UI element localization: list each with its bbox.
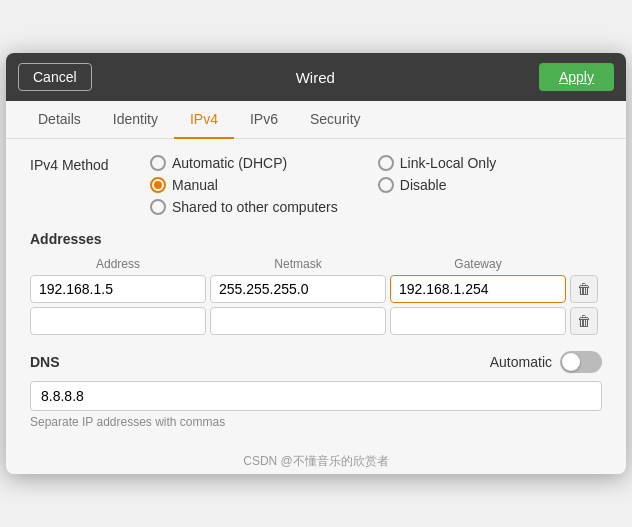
method-manual[interactable]: Manual: [150, 177, 338, 193]
dns-header: DNS Automatic: [30, 351, 602, 373]
method-right-col: Link-Local Only Disable: [378, 155, 497, 215]
method-options: Automatic (DHCP) Manual Shared to other …: [150, 155, 496, 215]
col-netmask: Netmask: [210, 257, 386, 271]
method-shared-label: Shared to other computers: [172, 199, 338, 215]
dns-title: DNS: [30, 354, 60, 370]
method-shared[interactable]: Shared to other computers: [150, 199, 338, 215]
netmask-input-2[interactable]: [210, 307, 386, 335]
dialog-title: Wired: [296, 69, 335, 86]
apply-button[interactable]: Apply: [539, 63, 614, 91]
cancel-button[interactable]: Cancel: [18, 63, 92, 91]
address-input-1[interactable]: [30, 275, 206, 303]
method-manual-label: Manual: [172, 177, 218, 193]
dns-input[interactable]: [30, 381, 602, 411]
radio-shared[interactable]: [150, 199, 166, 215]
radio-disable[interactable]: [378, 177, 394, 193]
netmask-input-1[interactable]: [210, 275, 386, 303]
ipv4-method-section: IPv4 Method Automatic (DHCP) Manual Shar…: [30, 155, 602, 215]
titlebar: Cancel Wired Apply: [6, 53, 626, 101]
content-area: IPv4 Method Automatic (DHCP) Manual Shar…: [6, 139, 626, 449]
col-delete-header: [570, 257, 602, 271]
tab-ipv6[interactable]: IPv6: [234, 101, 294, 139]
tab-security[interactable]: Security: [294, 101, 377, 139]
dns-auto-label: Automatic: [490, 354, 552, 370]
gateway-input-2[interactable]: [390, 307, 566, 335]
method-link-local-label: Link-Local Only: [400, 155, 497, 171]
radio-automatic[interactable]: [150, 155, 166, 171]
watermark: CSDN @不懂音乐的欣赏者: [6, 449, 626, 474]
delete-row-1[interactable]: 🗑: [570, 275, 598, 303]
method-disable[interactable]: Disable: [378, 177, 497, 193]
method-disable-label: Disable: [400, 177, 447, 193]
ipv4-method-label: IPv4 Method: [30, 155, 150, 173]
gateway-input-1[interactable]: [390, 275, 566, 303]
dns-hint: Separate IP addresses with commas: [30, 415, 602, 429]
addresses-section: Addresses Address Netmask Gateway 🗑 🗑: [30, 231, 602, 335]
dns-auto-row: Automatic: [490, 351, 602, 373]
col-gateway: Gateway: [390, 257, 566, 271]
radio-manual[interactable]: [150, 177, 166, 193]
delete-row-2[interactable]: 🗑: [570, 307, 598, 335]
method-left-col: Automatic (DHCP) Manual Shared to other …: [150, 155, 338, 215]
dns-auto-toggle[interactable]: [560, 351, 602, 373]
dns-section: DNS Automatic Separate IP addresses with…: [30, 351, 602, 429]
addresses-title: Addresses: [30, 231, 602, 247]
method-link-local[interactable]: Link-Local Only: [378, 155, 497, 171]
tab-details[interactable]: Details: [22, 101, 97, 139]
method-automatic-label: Automatic (DHCP): [172, 155, 287, 171]
address-row-1: 🗑: [30, 275, 602, 303]
tab-bar: Details Identity IPv4 IPv6 Security: [6, 101, 626, 139]
col-address: Address: [30, 257, 206, 271]
wired-dialog: Cancel Wired Apply Details Identity IPv4…: [6, 53, 626, 474]
addresses-header: Address Netmask Gateway: [30, 255, 602, 273]
tab-identity[interactable]: Identity: [97, 101, 174, 139]
tab-ipv4[interactable]: IPv4: [174, 101, 234, 139]
radio-link-local[interactable]: [378, 155, 394, 171]
address-input-2[interactable]: [30, 307, 206, 335]
address-row-2: 🗑: [30, 307, 602, 335]
method-automatic[interactable]: Automatic (DHCP): [150, 155, 338, 171]
